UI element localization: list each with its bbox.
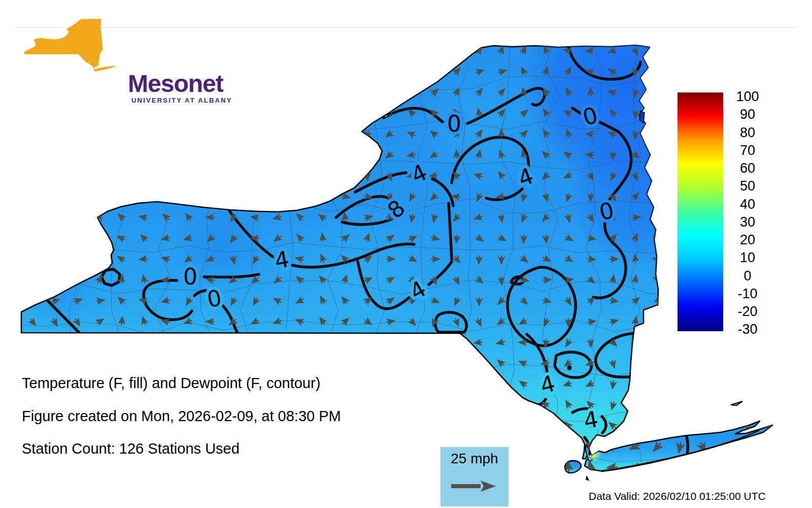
wind-arrow-icon — [250, 462, 262, 473]
wind-arrow-icon — [362, 68, 372, 76]
colorbar-tick: 90 — [727, 107, 768, 122]
wind-arrow-icon — [721, 422, 730, 429]
wind-arrow-icon — [476, 400, 482, 408]
wind-arrow-icon — [118, 360, 127, 367]
wind-arrow-icon — [653, 109, 662, 118]
wind-arrow-icon — [295, 192, 305, 201]
wind-arrow-icon — [342, 463, 349, 473]
wind-arrow-icon — [765, 401, 775, 409]
wind-arrow-icon — [274, 464, 284, 471]
wind-arrow-icon — [742, 338, 752, 346]
wind-arrow-icon — [74, 359, 81, 369]
wind-arrow-icon — [655, 151, 661, 160]
wind-arrow-icon — [743, 69, 752, 75]
wind-arrow-icon — [653, 380, 663, 389]
wind-arrow-icon — [342, 131, 348, 139]
colorbar-tick: 80 — [727, 124, 768, 140]
wind-arrow-icon — [743, 380, 753, 388]
wind-arrow-icon — [296, 462, 306, 474]
wind-arrow-icon — [720, 339, 729, 345]
colorbar-tick: -10 — [727, 285, 768, 301]
wind-arrow-icon — [28, 192, 37, 202]
wind-arrow-icon — [252, 171, 259, 180]
wind-arrow-icon — [652, 462, 663, 473]
wind-arrow-icon — [340, 89, 350, 97]
wind-arrow-icon — [275, 192, 282, 200]
wind-arrow-icon — [655, 422, 661, 431]
contour-label: 0 — [447, 111, 461, 137]
wind-arrow-icon — [454, 339, 460, 347]
wind-arrow-icon — [452, 359, 461, 368]
wind-arrow-icon — [429, 358, 439, 367]
wind-arrow-icon — [407, 400, 417, 409]
wind-arrow-icon — [362, 401, 371, 408]
wind-arrow-icon — [429, 401, 438, 408]
wind-arrow-icon — [431, 379, 437, 388]
wind-arrow-icon — [275, 402, 283, 407]
wind-arrow-icon — [742, 46, 752, 55]
wind-arrow-icon — [631, 379, 640, 389]
wind-arrow-icon — [319, 192, 327, 201]
wind-arrow-icon — [430, 67, 439, 76]
wind-arrow-icon — [698, 379, 707, 388]
wind-arrow-icon — [184, 338, 193, 346]
wind-arrow-icon — [520, 421, 528, 430]
wind-arrow-icon — [274, 150, 283, 160]
wind-arrow-icon — [229, 402, 238, 408]
wind-arrow-icon — [95, 151, 104, 161]
wind-speed-legend: 25 mph — [441, 447, 509, 506]
wind-arrow-icon — [141, 360, 149, 366]
wind-arrow-icon — [184, 464, 195, 471]
wind-arrow-icon — [184, 171, 193, 180]
wind-arrow-icon — [540, 462, 553, 473]
wind-arrow-icon — [654, 47, 663, 56]
wind-arrow-icon — [96, 130, 104, 140]
wind-arrow-icon — [340, 68, 349, 75]
wind-arrow-icon — [720, 400, 730, 409]
wind-arrow-icon — [631, 400, 639, 410]
wind-arrow-icon — [655, 130, 661, 139]
station-count-text: Station Count: 126 Stations Used — [22, 440, 240, 457]
wind-arrow-icon — [407, 46, 417, 55]
wind-arrow-icon — [341, 379, 349, 389]
wind-arrow-icon — [74, 151, 81, 160]
wind-arrow-icon — [720, 462, 730, 474]
colorbar-tick: 40 — [727, 196, 768, 212]
wind-arrow-icon — [319, 68, 326, 77]
wind-arrow-icon — [49, 464, 59, 471]
nys-mesonet-logo: NYS Mesonet UNIVERSITY AT ALBANY — [20, 20, 233, 112]
wind-arrow-icon — [386, 338, 395, 347]
temperature-colorbar — [678, 92, 723, 331]
wind-arrow-icon — [252, 110, 261, 117]
wind-arrow-icon — [742, 442, 753, 451]
wind-arrow-icon — [499, 379, 504, 388]
wind-arrow-icon — [274, 443, 284, 450]
wind-arrow-icon — [50, 129, 59, 139]
colorbar-tick: 20 — [727, 232, 768, 248]
wind-arrow-icon — [542, 421, 551, 430]
wind-arrow-icon — [71, 463, 82, 472]
wind-arrow-icon — [340, 401, 350, 409]
wind-arrow-icon — [296, 130, 306, 139]
wind-speed-label: 25 mph — [441, 451, 509, 467]
wind-arrow-icon — [251, 194, 259, 199]
wind-arrow-icon — [385, 422, 394, 430]
wind-arrow-icon — [163, 152, 172, 157]
wind-arrow-icon — [275, 88, 282, 98]
colorbar-tick: 60 — [727, 161, 768, 176]
wind-arrow-icon — [765, 379, 774, 389]
wind-arrow-icon — [698, 400, 707, 408]
wind-arrow-icon — [318, 359, 328, 367]
wind-arrow-icon — [742, 401, 752, 410]
wind-arrow-icon — [206, 462, 217, 472]
wind-arrow-icon — [28, 255, 38, 264]
wind-arrow-icon — [497, 400, 506, 409]
wind-arrow-icon — [51, 234, 60, 242]
wind-arrow-icon — [384, 463, 395, 471]
wind-arrow-icon — [721, 47, 730, 55]
wind-arrow-icon — [363, 151, 371, 161]
data-valid-text: Data Valid: 2026/02/10 01:25:00 UTC — [589, 490, 766, 502]
colorbar-tick: 70 — [727, 142, 768, 158]
wind-arrow-icon — [228, 338, 238, 346]
wind-arrow-icon — [428, 461, 439, 472]
